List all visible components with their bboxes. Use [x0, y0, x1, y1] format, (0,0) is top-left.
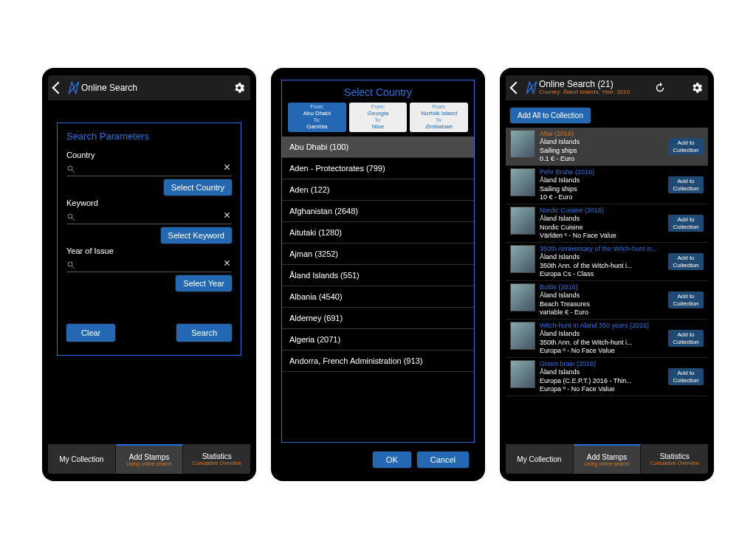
nav-label: My Collection: [59, 455, 103, 463]
clear-icon[interactable]: ×: [222, 209, 232, 222]
search-icon: [66, 163, 75, 172]
dialog-title: Select Country: [281, 80, 475, 103]
clear-icon[interactable]: ×: [222, 257, 232, 270]
keyword-field[interactable]: ×: [66, 209, 232, 224]
result-country: Åland Islands: [540, 138, 664, 146]
settings-icon[interactable]: [233, 81, 246, 94]
add-to-collection-button[interactable]: Add toCollection: [668, 253, 704, 270]
result-title: Witch-hunt in Aland 350 years (2016): [540, 322, 664, 330]
result-info: 350th Anniversary of the Witch-hunt in..…: [540, 245, 664, 278]
result-title: Nordic Cuisine (2016): [540, 207, 664, 215]
result-topic: Sailing ships: [540, 185, 664, 193]
country-list[interactable]: Abu Dhabi (100)Aden - Protectorates (799…: [281, 137, 475, 443]
result-topic: 350th Ann. of the Witch-hunt i...: [540, 339, 664, 347]
country-item[interactable]: Aitutaki (1280): [282, 222, 474, 244]
result-price: Europa Cs - Class: [540, 270, 664, 278]
result-price: Europa º - No Face Value: [540, 347, 664, 355]
stamp-thumbnail: [510, 283, 535, 311]
alpha-range-card[interactable]: From:Abu DhabiTo:Gambia: [288, 103, 346, 132]
nav-label: Add Stamps: [587, 453, 627, 461]
cancel-button[interactable]: Cancel: [417, 452, 469, 468]
search-button[interactable]: Search: [176, 324, 232, 342]
country-item[interactable]: Andorra, French Administration (913): [282, 351, 474, 372]
nav-add-stamps[interactable]: Add StampsUsing online search: [116, 444, 184, 474]
svg-line-3: [72, 218, 75, 221]
alpha-range-card[interactable]: From:Norfolk IslandTo:Zimbabwe: [410, 103, 468, 132]
result-title: Bottle (2016): [540, 283, 664, 291]
nav-add-stamps[interactable]: Add StampsUsing online search: [574, 444, 642, 474]
select-year-button[interactable]: Select Year: [176, 275, 232, 291]
result-row[interactable]: Altai (2016)Åland IslandsSailing ships0.…: [506, 128, 708, 166]
add-all-button[interactable]: Add All to Collection: [510, 108, 591, 123]
result-topic: Beach Treasures: [540, 300, 664, 308]
result-row[interactable]: Nordic Cuisine (2016)Åland IslandsNordic…: [506, 204, 708, 243]
screen: ᛞ Online Search (21) Country: Åland Isla…: [506, 75, 708, 474]
nav-my-collection[interactable]: My Collection: [506, 444, 574, 474]
clear-icon[interactable]: ×: [222, 161, 232, 174]
select-keyword-button[interactable]: Select Keyword: [161, 227, 232, 244]
screen: ᛞ Online Search Search Parameters Countr…: [48, 75, 250, 474]
app-logo-icon: ᛞ: [526, 80, 535, 96]
country-field[interactable]: ×: [66, 161, 232, 176]
nav-my-collection[interactable]: My Collection: [48, 444, 116, 474]
result-country: Åland Islands: [540, 291, 664, 300]
app-logo-icon: ᛞ: [69, 80, 77, 96]
refresh-search-icon[interactable]: [653, 81, 667, 94]
result-row[interactable]: Pehr Brahe (2016)Åland IslandsSailing sh…: [506, 166, 708, 204]
result-price: Världen º - No Face Value: [540, 232, 664, 240]
result-price: 10 € - Euro: [540, 193, 664, 201]
add-to-collection-button[interactable]: Add toCollection: [668, 138, 704, 155]
ok-button[interactable]: OK: [373, 452, 411, 468]
result-country: Åland Islands: [540, 215, 664, 223]
settings-icon[interactable]: [690, 81, 704, 94]
select-country-button[interactable]: Select Country: [164, 179, 232, 196]
content-area: Search Parameters Country × Select Count…: [48, 100, 250, 444]
stamp-thumbnail: [510, 207, 535, 235]
result-title: Altai (2016): [540, 130, 664, 138]
result-row[interactable]: Green brain (2016)Åland IslandsEuropa (C…: [506, 358, 708, 396]
nav-sublabel: Using online search: [584, 461, 629, 466]
result-row[interactable]: Bottle (2016)Åland IslandsBeach Treasure…: [506, 281, 708, 320]
stamp-thumbnail: [510, 360, 535, 388]
nav-sublabel: Using online search: [126, 461, 171, 466]
add-to-collection-button[interactable]: Add toCollection: [668, 330, 704, 347]
nav-label: My Collection: [517, 455, 561, 463]
country-item[interactable]: Åland Islands (551): [282, 265, 474, 286]
nav-statistics[interactable]: StatisticsCumulative Overview: [641, 444, 708, 474]
clear-button[interactable]: Clear: [66, 324, 115, 342]
result-topic: Sailing ships: [540, 147, 664, 155]
country-input[interactable]: [75, 162, 222, 173]
add-to-collection-button[interactable]: Add toCollection: [668, 291, 704, 308]
result-info: Pehr Brahe (2016)Åland IslandsSailing sh…: [540, 168, 664, 201]
add-to-collection-button[interactable]: Add toCollection: [668, 368, 704, 385]
country-item[interactable]: Abu Dhabi (100): [282, 137, 474, 158]
country-item[interactable]: Aden (122): [282, 179, 474, 201]
alpha-range-row: From:Abu DhabiTo:GambiaFrom:GeorgiaTo:Ni…: [281, 103, 475, 137]
country-item[interactable]: Algeria (2071): [282, 329, 474, 351]
results-list[interactable]: Altai (2016)Åland IslandsSailing ships0.…: [506, 128, 708, 444]
back-icon[interactable]: [52, 82, 65, 94]
add-to-collection-button[interactable]: Add toCollection: [668, 215, 704, 232]
country-item[interactable]: Albania (4540): [282, 286, 474, 308]
alpha-range-card[interactable]: From:GeorgiaTo:Niue: [349, 103, 408, 132]
result-price: Europa º - No Face Value: [540, 385, 664, 393]
country-item[interactable]: Ajman (3252): [282, 244, 474, 265]
result-title: Green brain (2016): [540, 360, 664, 368]
result-info: Witch-hunt in Aland 350 years (2016)Ålan…: [540, 322, 664, 355]
result-row[interactable]: Witch-hunt in Aland 350 years (2016)Ålan…: [506, 320, 708, 358]
result-row[interactable]: 350th Anniversary of the Witch-hunt in..…: [506, 243, 708, 281]
country-item[interactable]: Alderney (691): [282, 308, 474, 329]
keyword-input[interactable]: [75, 210, 222, 221]
country-item[interactable]: Aden - Protectorates (799): [282, 158, 474, 179]
top-bar: ᛞ Online Search (21) Country: Åland Isla…: [506, 75, 708, 100]
svg-line-5: [72, 266, 75, 269]
back-icon[interactable]: [510, 82, 523, 94]
nav-statistics[interactable]: StatisticsCumulative Overview: [183, 444, 250, 474]
year-field[interactable]: ×: [66, 257, 232, 272]
bottom-nav: My Collection Add StampsUsing online sea…: [506, 444, 708, 474]
year-input[interactable]: [75, 258, 222, 269]
country-item[interactable]: Afghanistan (2648): [282, 201, 474, 222]
result-price: variable € - Euro: [540, 308, 664, 317]
result-country: Åland Islands: [540, 330, 664, 338]
add-to-collection-button[interactable]: Add toCollection: [668, 176, 704, 193]
